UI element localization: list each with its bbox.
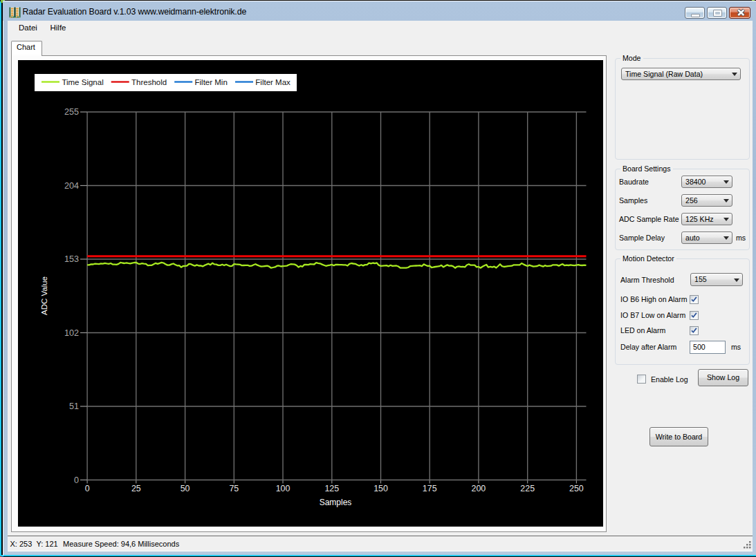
svg-text:25: 25: [131, 484, 141, 493]
svg-text:153: 153: [64, 254, 79, 264]
svg-text:51: 51: [69, 402, 79, 411]
svg-text:125: 125: [324, 484, 339, 493]
svg-text:75: 75: [229, 484, 239, 493]
svg-text:ADC Value: ADC Value: [40, 276, 48, 315]
svg-text:0: 0: [85, 484, 90, 493]
svg-text:Samples: Samples: [320, 498, 352, 507]
svg-text:175: 175: [423, 484, 437, 493]
svg-text:50: 50: [181, 484, 190, 493]
svg-text:225: 225: [520, 484, 535, 493]
svg-text:200: 200: [472, 484, 486, 493]
svg-text:Filter Max: Filter Max: [255, 78, 291, 86]
svg-text:Threshold: Threshold: [131, 78, 167, 86]
svg-text:150: 150: [374, 484, 388, 493]
svg-text:102: 102: [64, 328, 79, 338]
svg-text:250: 250: [569, 484, 584, 493]
svg-text:100: 100: [276, 484, 291, 493]
svg-text:204: 204: [64, 181, 79, 191]
svg-text:Filter Min: Filter Min: [195, 78, 228, 86]
svg-text:255: 255: [64, 107, 79, 117]
svg-text:Time Signal: Time Signal: [62, 78, 103, 86]
svg-text:0: 0: [74, 475, 79, 485]
